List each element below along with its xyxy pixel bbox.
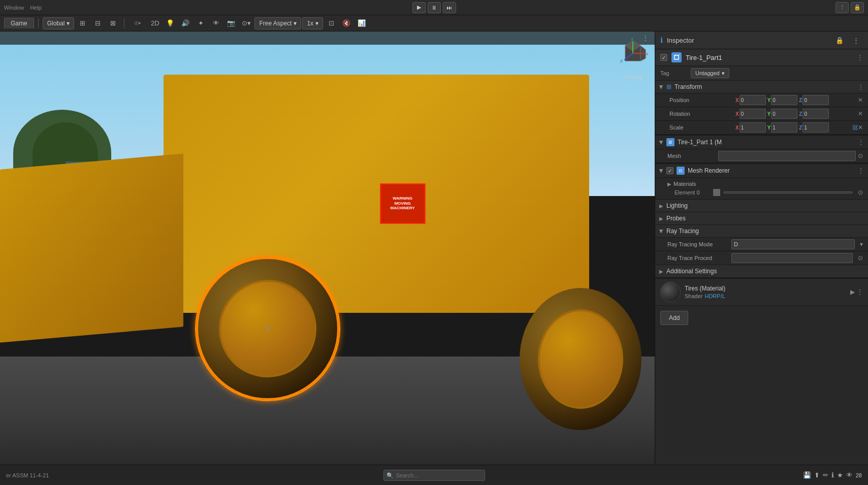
add-component-button[interactable]: Add	[660, 311, 688, 325]
scale-link-icon[interactable]: ⛓	[852, 124, 858, 131]
inspector-lock-button[interactable]: 🔒	[832, 34, 847, 46]
lighting-toggle[interactable]: 💡	[163, 17, 177, 29]
pos-x-input[interactable]	[740, 95, 766, 105]
element0-row: Element 0 ⊙	[667, 188, 863, 197]
ray-trace-procedure-row: Ray Trace Proced ⊙	[655, 251, 868, 265]
element0-field[interactable]	[723, 191, 853, 193]
mesh-renderer-menu[interactable]: ⋮	[858, 167, 864, 174]
object-toolbar: ⋮	[857, 54, 863, 61]
scale-close-button[interactable]: ✕	[858, 124, 863, 131]
pos-x-wrap: X	[735, 95, 766, 105]
scene-visibility[interactable]: 👁	[209, 17, 223, 29]
svg-line-20	[679, 54, 680, 55]
rot-z-input[interactable]	[802, 109, 829, 119]
lighting-section-header[interactable]: ▶ Lighting	[655, 200, 868, 212]
rot-x-input[interactable]	[740, 109, 766, 119]
status-info-icon[interactable]: ℹ	[831, 471, 834, 479]
scale-z-input[interactable]	[802, 122, 829, 133]
mesh-value-field[interactable]	[718, 151, 856, 161]
status-edit-icon[interactable]: ✏	[823, 471, 828, 479]
material-menu-button[interactable]: ⋮	[857, 288, 863, 296]
transform-section-header[interactable]: ▶ ⊞ Transform ⋮	[655, 81, 868, 93]
mesh-renderer-title: Mesh Renderer	[688, 167, 730, 174]
transform-menu-button[interactable]: ⋮	[858, 83, 864, 90]
stats-icon[interactable]: 📊	[355, 17, 369, 29]
scale-x-label: X	[735, 125, 739, 131]
ray-tracing-section-header[interactable]: ▶ Ray Tracing	[655, 225, 868, 238]
rot-x-wrap: X	[735, 109, 766, 119]
global-dropdown[interactable]: Global ▾	[43, 17, 75, 29]
transform-component-icon: ⊞	[666, 83, 671, 90]
gizmo-container[interactable]: X Y Z < Persp	[615, 36, 651, 71]
element0-select-icon[interactable]: ⊙	[858, 189, 863, 196]
status-text: er ASSM 11-4-21	[6, 472, 49, 478]
rotation-row: Rotation X Y Z ✕	[655, 107, 868, 121]
scale-y-wrap: Y	[767, 122, 798, 133]
materials-arrow-icon: ▶	[667, 181, 671, 187]
main-area: WARNINGMOVINGMACHINERY ⋮	[0, 31, 868, 465]
lock-button[interactable]: 🔒	[851, 2, 864, 13]
mesh-component-header[interactable]: ▶ ⊞ Tire-1_Part 1 (M ⋮	[655, 135, 868, 149]
bottom-status-bar: er ASSM 11-4-21 🔍 💾 ⬆ ✏ ℹ ★ 👁 28	[0, 465, 868, 485]
pause-button[interactable]: ⏸	[428, 2, 441, 13]
global-label: Global	[47, 20, 65, 27]
transform-arrow-icon: ▶	[659, 85, 664, 89]
mesh-component-menu[interactable]: ⋮	[858, 139, 864, 146]
materials-header[interactable]: ▶ Materials	[667, 180, 863, 188]
play-button[interactable]: ▶	[412, 2, 426, 13]
window-menu[interactable]: Window	[4, 5, 24, 11]
scene-camera[interactable]: 📷	[224, 17, 238, 29]
gizmos-btn[interactable]: ⊙▾	[239, 17, 253, 29]
ray-tracing-mode-field[interactable]: D	[731, 239, 855, 249]
additional-settings-header[interactable]: ▶ Additional Settings	[655, 265, 868, 278]
mesh-select-icon[interactable]: ⊙	[858, 152, 863, 159]
maximize-icon[interactable]: ⊡	[324, 17, 338, 29]
ray-tracing-mode-expand[interactable]: ▾	[860, 241, 863, 248]
scale-y-input[interactable]	[771, 122, 797, 133]
inspector-more-button[interactable]: ⋮	[849, 34, 863, 46]
more-options-button[interactable]: ⋮	[835, 2, 849, 13]
tab-game[interactable]: Game	[4, 18, 34, 28]
shader-value[interactable]: HDRP/L	[704, 293, 725, 299]
ray-tracing-mode-row: Ray Tracing Mode D ▾	[655, 238, 868, 251]
rotation-close-button[interactable]: ✕	[858, 110, 863, 117]
status-star-icon[interactable]: ★	[837, 471, 843, 479]
persp-label[interactable]: < Persp	[623, 74, 642, 80]
search-input[interactable]	[383, 470, 485, 481]
screen-size-dropdown[interactable]: Free Aspect ▾	[254, 17, 301, 29]
object-menu-button[interactable]: ⋮	[857, 54, 863, 61]
pos-z-input[interactable]	[802, 95, 829, 105]
effects-toggle[interactable]: ✦	[194, 17, 208, 29]
material-expand-button[interactable]: ▶	[850, 288, 855, 296]
audio-toggle[interactable]: 🔊	[178, 17, 192, 29]
scale-x-input[interactable]	[740, 122, 766, 133]
position-row: Position X Y Z ✕	[655, 93, 868, 107]
rot-y-input[interactable]	[771, 109, 797, 119]
mute-icon[interactable]: 🔇	[339, 17, 353, 29]
mesh-renderer-checkbox[interactable]	[666, 167, 673, 174]
help-menu[interactable]: Help	[30, 5, 42, 11]
2d-mode-button[interactable]: 2D	[148, 17, 162, 29]
probes-section-header[interactable]: ▶ Probes	[655, 212, 868, 225]
pos-z-label: Z	[799, 98, 802, 103]
ray-trace-procedure-select[interactable]: ⊙	[858, 254, 863, 262]
object-active-checkbox[interactable]	[660, 54, 667, 61]
viewport[interactable]: WARNINGMOVINGMACHINERY ⋮	[0, 31, 655, 465]
mesh-renderer-icon: ⊟	[677, 167, 685, 175]
pos-y-label: Y	[767, 98, 771, 103]
pos-y-input[interactable]	[771, 95, 797, 105]
step-button[interactable]: ⏭	[443, 2, 456, 13]
layout2-icon[interactable]: ⊟	[90, 17, 105, 29]
layout-icon[interactable]: ⊞	[75, 17, 89, 29]
layout3-icon[interactable]: ⊠	[106, 17, 120, 29]
status-upload-icon[interactable]: ⬆	[814, 471, 820, 479]
camera-mode-btn[interactable]: ⦾▾	[128, 17, 147, 29]
tag-dropdown[interactable]: Untagged ▾	[691, 68, 729, 78]
position-close-button[interactable]: ✕	[858, 96, 863, 104]
mesh-renderer-header[interactable]: ▶ ⊟ Mesh Renderer ⋮	[655, 163, 868, 178]
status-save-icon[interactable]: 💾	[803, 471, 811, 479]
material-name: Tires (Material)	[685, 285, 725, 292]
status-eye-icon[interactable]: 👁	[846, 471, 853, 479]
ray-trace-procedure-field[interactable]	[731, 253, 853, 263]
scale-dropdown[interactable]: 1x ▾	[302, 17, 323, 29]
